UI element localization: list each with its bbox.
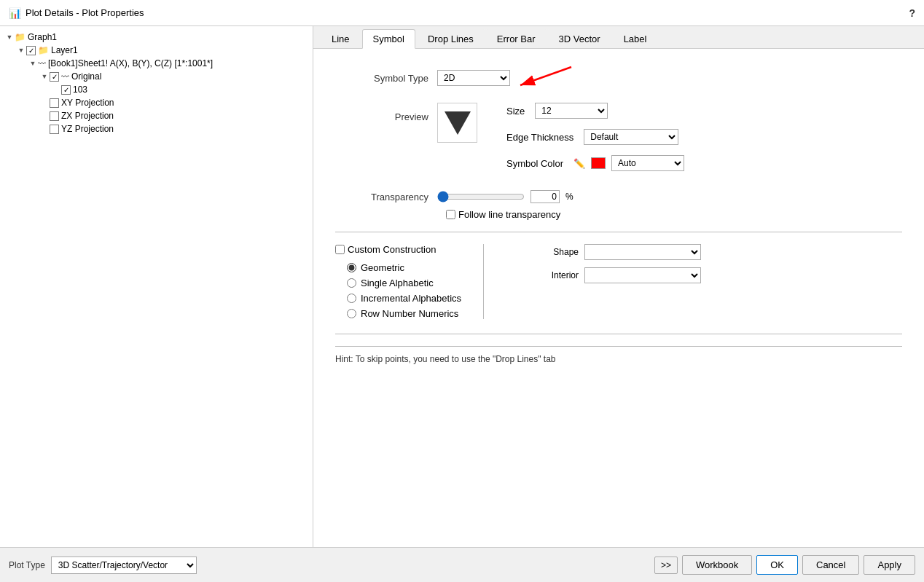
transparency-slider[interactable] <box>437 191 525 202</box>
tree-item-xy[interactable]: XY Projection <box>4 96 308 109</box>
tree-item-yz[interactable]: YZ Projection <box>4 122 308 135</box>
radio-incremental: Incremental Alphabetics <box>347 293 461 304</box>
radio-row-number-label[interactable]: Row Number Numerics <box>361 308 458 319</box>
radio-row-number-input[interactable] <box>347 309 356 318</box>
tab-error-bar[interactable]: Error Bar <box>486 29 547 48</box>
preview-label: Preview <box>335 103 437 122</box>
tab-line[interactable]: Line <box>321 29 361 48</box>
hint-text: Hint: To skip points, you need to use th… <box>335 346 902 364</box>
app-icon: 📊 <box>9 7 21 19</box>
tree-checkbox-original[interactable]: ✓ <box>50 72 59 82</box>
tab-symbol[interactable]: Symbol <box>362 29 415 49</box>
workbook-button[interactable]: Workbook <box>682 555 752 575</box>
custom-construction-area: Custom Construction Geometric Single Alp… <box>335 244 902 319</box>
tree-item-graph1[interactable]: ▼ 📁 Graph1 <box>4 31 308 44</box>
tree-item-original[interactable]: ▼ ✓ 〰 Original <box>4 70 308 83</box>
svg-line-1 <box>520 67 571 85</box>
follow-line-row: Follow line transparency <box>446 209 902 220</box>
tree-arrow-xy <box>39 98 50 108</box>
radio-incremental-label[interactable]: Incremental Alphabetics <box>361 293 461 304</box>
bottom-right: >> Workbook OK Cancel Apply <box>654 555 915 575</box>
tree-item-layer1[interactable]: ▼ ✓ 📁 Layer1 <box>4 44 308 57</box>
symbol-color-select[interactable]: Auto Black Red Blue <box>611 155 684 171</box>
tree-item-zx[interactable]: ZX Projection <box>4 109 308 122</box>
preview-triangle <box>445 111 471 135</box>
tab-label[interactable]: Label <box>613 29 658 48</box>
follow-line-checkbox[interactable] <box>446 210 455 219</box>
radio-single-alpha: Single Alphabetic <box>347 278 461 288</box>
title-bar-left: 📊 Plot Details - Plot Properties <box>9 7 144 19</box>
interior-select[interactable] <box>584 267 701 283</box>
symbol-type-select[interactable]: 2D 3D <box>437 70 510 86</box>
size-row: Size 12 6 8 10 14 16 <box>506 103 684 119</box>
settings-column: Size 12 6 8 10 14 16 <box>477 103 684 176</box>
tree-arrow-graph1: ▼ <box>4 32 15 42</box>
tree-panel: ▼ 📁 Graph1 ▼ ✓ 📁 Layer1 ▼ 〰 [Book1]Sheet… <box>0 26 313 547</box>
interior-label: Interior <box>535 270 579 280</box>
transparency-label: Transparency <box>335 192 437 202</box>
folder-icon-graph1: 📁 <box>15 32 26 42</box>
radio-geometric-input[interactable] <box>347 263 356 272</box>
ok-button[interactable]: OK <box>756 555 798 575</box>
transparency-section: Transparency 0 % <box>335 190 902 203</box>
size-label: Size <box>506 106 525 117</box>
tree-checkbox-zx[interactable] <box>50 111 59 121</box>
tree-item-103[interactable]: ✓ 103 <box>4 83 308 96</box>
expand-button[interactable]: >> <box>654 557 678 574</box>
radio-group: Geometric Single Alphabetic Incremental … <box>347 262 461 319</box>
tree-label-xy: XY Projection <box>61 98 114 108</box>
edge-thickness-select[interactable]: Default Thin Normal Thick <box>584 129 678 145</box>
tree-label-graph1: Graph1 <box>28 32 57 42</box>
tree-arrow-layer1: ▼ <box>16 45 26 55</box>
shape-select[interactable] <box>584 244 701 260</box>
tab-drop-lines[interactable]: Drop Lines <box>417 29 485 48</box>
help-button[interactable]: ? <box>909 7 915 19</box>
custom-construction-label[interactable]: Custom Construction <box>348 244 436 255</box>
symbol-tab-content: Symbol Type 2D 3D <box>313 49 924 547</box>
edge-thickness-row: Edge Thickness Default Thin Normal Thick <box>506 129 684 145</box>
main-layout: ▼ 📁 Graph1 ▼ ✓ 📁 Layer1 ▼ 〰 [Book1]Sheet… <box>0 26 924 582</box>
custom-construction-checkbox[interactable] <box>335 245 345 254</box>
tree-label-original: Original <box>71 71 101 82</box>
radio-incremental-input[interactable] <box>347 294 356 303</box>
radio-geometric: Geometric <box>347 262 461 273</box>
preview-box <box>437 103 477 143</box>
radio-single-alpha-label[interactable]: Single Alphabetic <box>361 278 434 288</box>
radio-single-alpha-input[interactable] <box>347 278 356 288</box>
edge-thickness-label: Edge Thickness <box>506 132 573 143</box>
follow-line-label[interactable]: Follow line transparency <box>458 209 560 220</box>
plot-type-select[interactable]: 3D Scatter/Trajectory/Vector <box>51 557 197 574</box>
divider-1 <box>335 232 902 232</box>
tree-label-book1: [Book1]Sheet1! A(X), B(Y), C(Z) [1*:1001… <box>48 58 213 68</box>
interior-row: Interior <box>535 267 701 283</box>
data-icon-book1: 〰 <box>38 59 46 68</box>
apply-button[interactable]: Apply <box>864 555 915 575</box>
tree-arrow-yz <box>39 124 50 134</box>
vertical-divider <box>483 244 484 319</box>
radio-geometric-label[interactable]: Geometric <box>361 262 404 273</box>
radio-row-number: Row Number Numerics <box>347 308 461 319</box>
custom-construction-left: Custom Construction Geometric Single Alp… <box>335 244 461 319</box>
tree-arrow-103 <box>51 84 61 95</box>
color-swatch-red[interactable] <box>591 157 606 169</box>
symbol-type-label: Symbol Type <box>335 73 437 84</box>
tree-checkbox-layer1[interactable]: ✓ <box>26 46 36 55</box>
symbol-color-label: Symbol Color <box>506 158 563 169</box>
transparency-input[interactable]: 0 <box>530 190 560 203</box>
bottom-left: Plot Type 3D Scatter/Trajectory/Vector <box>9 557 197 574</box>
preview-column: Preview <box>335 103 477 176</box>
preview-settings-area: Preview Size 12 6 <box>335 103 902 176</box>
symbol-type-row: Symbol Type 2D 3D <box>335 63 902 93</box>
data-icon-original: 〰 <box>61 72 69 81</box>
tree-checkbox-103[interactable]: ✓ <box>61 85 71 95</box>
size-select[interactable]: 12 6 8 10 14 16 <box>535 103 608 119</box>
content-area: ▼ 📁 Graph1 ▼ ✓ 📁 Layer1 ▼ 〰 [Book1]Sheet… <box>0 26 924 547</box>
bottom-bar: Plot Type 3D Scatter/Trajectory/Vector >… <box>0 547 924 582</box>
window-title: Plot Details - Plot Properties <box>26 7 144 18</box>
cancel-button[interactable]: Cancel <box>802 555 859 575</box>
tree-checkbox-xy[interactable] <box>50 98 59 108</box>
tab-3d-vector[interactable]: 3D Vector <box>548 29 611 48</box>
tree-checkbox-yz[interactable] <box>50 125 59 134</box>
tree-item-book1[interactable]: ▼ 〰 [Book1]Sheet1! A(X), B(Y), C(Z) [1*:… <box>4 57 308 70</box>
color-pencil-icon[interactable]: ✏️ <box>573 158 585 169</box>
